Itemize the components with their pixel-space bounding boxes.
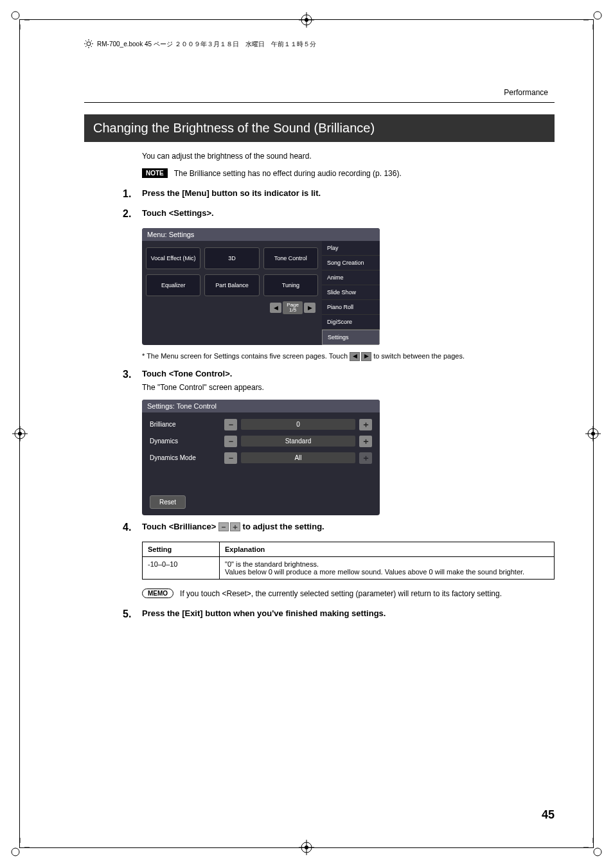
crop-mark-bottom-left: [10, 838, 30, 857]
tone-dynamics-mode-minus[interactable]: －: [224, 452, 237, 464]
page-number: 45: [542, 808, 555, 822]
menu-side-play[interactable]: Play: [322, 241, 380, 256]
tone-row-dynamics-label: Dynamics: [150, 438, 220, 445]
menu-pager-label-bot: 1/5: [287, 308, 299, 313]
svg-point-12: [87, 42, 91, 46]
step-1-number: 1.: [123, 188, 134, 200]
arrow-left-icon: ◀: [350, 352, 360, 361]
tone-titlebar: Settings: Tone Control: [142, 400, 380, 412]
section-title: Changing the Brightness of the Sound (Br…: [84, 114, 555, 142]
menu-cell-part-balance[interactable]: Part Balance: [204, 274, 259, 296]
table-header-setting: Setting: [143, 542, 220, 557]
step-4-heading: Touch <Brilliance> － ＋ to adjust the set…: [142, 522, 555, 532]
tone-dynamics-minus[interactable]: －: [224, 436, 237, 447]
table-cell-explanation: "0" is the standard brightness. Values b…: [220, 557, 555, 580]
svg-point-2: [12, 848, 19, 856]
svg-line-20: [91, 40, 93, 42]
tone-dynamics-mode-value: All: [241, 452, 355, 463]
menu-pager-prev[interactable]: ◀: [270, 303, 281, 313]
menu-titlebar: Menu: Settings: [142, 228, 380, 241]
step-4-number: 4.: [123, 522, 134, 533]
tone-control-screenshot: Settings: Tone Control Brilliance － 0 ＋ …: [142, 400, 380, 515]
sun-icon: [84, 39, 93, 49]
registration-mark-bottom: [299, 840, 314, 855]
step-2-heading: Touch <Settings>.: [142, 208, 555, 218]
registration-mark-left: [12, 426, 28, 441]
menu-side-digiscore[interactable]: DigiScore: [322, 315, 380, 330]
tone-reset-button[interactable]: Reset: [150, 495, 186, 509]
table-exp-line2: Values below 0 will produce a more mello…: [225, 568, 549, 576]
menu-cell-equalizer[interactable]: Equalizer: [146, 274, 200, 296]
book-meta-text: RM-700_e.book 45 ページ ２００９年３月１８日 水曜日 午前１１…: [97, 40, 316, 49]
menu-footnote-prefix: * The Menu screen for Settings contains …: [142, 352, 350, 360]
arrow-right-icon: ▶: [361, 352, 371, 361]
plus-icon: ＋: [230, 522, 240, 531]
step-3-number: 3.: [123, 369, 134, 380]
crop-mark-bottom-right: [583, 838, 603, 857]
step-3-sub: The "Tone Control" screen appears.: [142, 382, 555, 393]
tone-dynamics-value: Standard: [241, 436, 355, 447]
crop-mark-top-right: [583, 10, 603, 30]
svg-point-3: [594, 848, 601, 856]
tone-brilliance-value: 0: [241, 419, 355, 430]
step-5-heading: Press the [Exit] button when you've fini…: [142, 608, 555, 618]
menu-side-piano-roll[interactable]: Piano Roll: [322, 300, 380, 315]
crop-mark-top-left: [10, 10, 30, 30]
registration-mark-right: [585, 426, 601, 441]
memo-text: If you touch <Reset>, the currently sele…: [180, 589, 502, 599]
menu-side-anime[interactable]: Anime: [322, 270, 380, 285]
registration-mark-top: [299, 12, 314, 28]
tone-brilliance-plus[interactable]: ＋: [359, 419, 372, 430]
svg-line-18: [91, 46, 93, 48]
step-4-heading-prefix: Touch <Brilliance>: [142, 522, 218, 531]
menu-cell-tuning[interactable]: Tuning: [263, 274, 318, 296]
menu-cell-3d[interactable]: 3D: [204, 247, 259, 269]
tone-brilliance-minus[interactable]: －: [224, 419, 237, 430]
table-exp-line1: "0" is the standard brightness.: [225, 560, 549, 568]
intro-text: You can adjust the brightness of the sou…: [142, 151, 555, 162]
tone-row-brilliance-label: Brilliance: [150, 421, 220, 428]
step-4-heading-suffix: to adjust the setting.: [243, 522, 324, 531]
step-5-number: 5.: [123, 608, 134, 620]
running-head: Performance: [84, 88, 555, 97]
memo-badge: MEMO: [142, 589, 173, 598]
menu-pager-label: Page 1/5: [283, 301, 303, 314]
step-1-heading: Press the [Menu] button so its indicator…: [142, 188, 555, 198]
step-3-heading: Touch <Tone Control>.: [142, 369, 555, 378]
note-badge: NOTE: [142, 168, 168, 178]
menu-side-slide-show[interactable]: Slide Show: [322, 285, 380, 300]
book-meta: RM-700_e.book 45 ページ ２００９年３月１８日 水曜日 午前１１…: [84, 39, 555, 49]
menu-side-song-creation[interactable]: Song Creation: [322, 256, 380, 270]
menu-cell-vocal-effect[interactable]: Vocal Effect (Mic): [146, 247, 200, 269]
menu-footnote-suffix: to switch between the pages.: [373, 352, 465, 360]
tone-row-dynamics-mode-label: Dynamics Mode: [150, 454, 220, 461]
svg-point-1: [594, 12, 601, 19]
menu-pager-next[interactable]: ▶: [304, 303, 315, 313]
svg-point-0: [12, 12, 19, 19]
menu-settings-screenshot: Menu: Settings Vocal Effect (Mic) 3D Ton…: [142, 228, 380, 345]
step-2-number: 2.: [123, 208, 134, 220]
table-cell-setting: -10–0–10: [143, 557, 220, 580]
minus-icon: －: [218, 522, 229, 531]
tone-dynamics-mode-plus: ＋: [359, 452, 372, 464]
menu-cell-tone-control[interactable]: Tone Control: [263, 247, 318, 269]
settings-table: Setting Explanation -10–0–10 "0" is the …: [142, 542, 555, 580]
menu-side-settings[interactable]: Settings: [322, 330, 380, 345]
menu-footnote: * The Menu screen for Settings contains …: [142, 351, 555, 361]
svg-line-17: [85, 40, 87, 42]
note-text: The Brilliance setting has no effect dur…: [174, 168, 402, 179]
table-header-explanation: Explanation: [220, 542, 555, 557]
svg-line-19: [85, 46, 87, 48]
tone-dynamics-plus[interactable]: ＋: [359, 436, 372, 447]
top-rule: [84, 102, 555, 103]
